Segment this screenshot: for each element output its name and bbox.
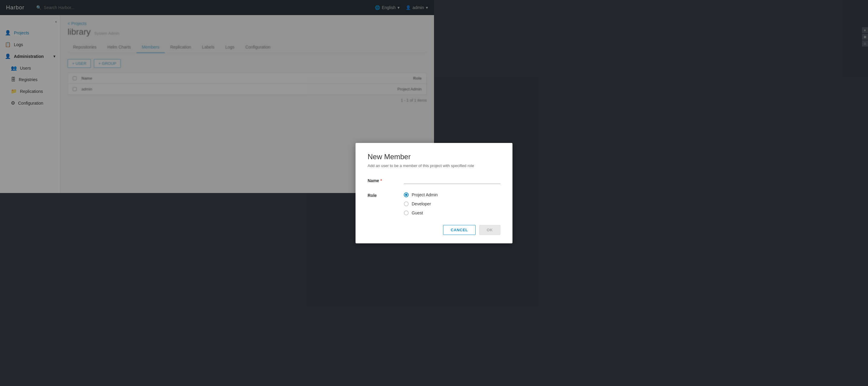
modal-overlay: New Member Add an user to be a member of… [0,0,434,193]
name-label: Name * [368,176,404,183]
name-input[interactable] [404,176,434,184]
role-field: Project Admin Developer Guest [404,191,434,193]
role-project-admin-label: Project Admin [412,192,434,193]
new-member-dialog: New Member Add an user to be a member of… [355,143,434,193]
role-radio-group: Project Admin Developer Guest [404,191,434,193]
role-project-admin[interactable]: Project Admin [404,192,434,193]
dialog-subtitle: Add an user to be a member of this proje… [368,163,434,168]
name-form-row: Name * [368,176,434,184]
role-form-row: Role Project Admin Developer Guest [368,191,434,193]
dialog-title: New Member [368,153,434,161]
role-label: Role [368,191,404,193]
radio-project-admin-circle [404,192,409,193]
name-field[interactable] [404,176,434,184]
required-indicator: * [380,178,382,183]
